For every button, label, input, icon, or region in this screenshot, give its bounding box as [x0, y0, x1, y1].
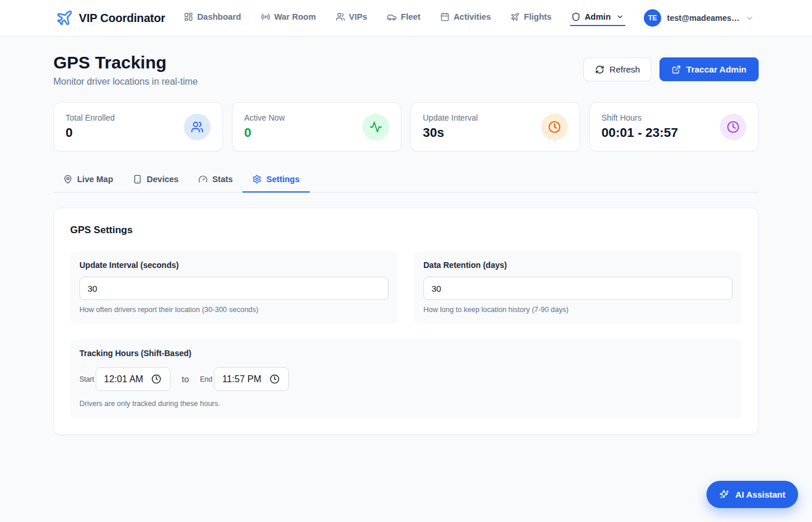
- stats-row: Total Enrolled 0 Active Now 0 Update Int…: [53, 102, 759, 151]
- to-separator: to: [182, 374, 189, 384]
- nav-label: Activities: [454, 12, 491, 21]
- traccar-label: Traccar Admin: [686, 64, 746, 74]
- ai-assistant-label: AI Assistant: [735, 490, 785, 499]
- end-label: End: [200, 375, 212, 383]
- tracking-hours-group: Tracking Hours (Shift-Based) Start 12:01…: [70, 339, 742, 418]
- gauge-icon: [198, 175, 208, 184]
- stat-value: 30s: [423, 125, 478, 140]
- external-link-icon: [672, 65, 681, 74]
- tab-label: Settings: [266, 175, 299, 184]
- stat-value: 0: [66, 125, 115, 140]
- stat-card-total-enrolled: Total Enrolled 0: [53, 102, 223, 151]
- stat-value: 00:01 - 23:57: [601, 125, 678, 140]
- clock-icon: [270, 374, 280, 384]
- update-interval-input[interactable]: [79, 277, 389, 300]
- gps-settings-card: GPS Settings Update Interval (seconds) H…: [53, 208, 759, 435]
- gps-tracking-page: GPS Tracking Monitor driver locations in…: [53, 37, 759, 435]
- stat-card-update-interval: Update Interval 30s: [411, 102, 580, 151]
- gear-icon: [252, 175, 262, 184]
- tab-label: Live Map: [77, 175, 113, 184]
- plane-icon: [510, 12, 520, 21]
- avatar: TE: [644, 9, 661, 27]
- update-interval-group: Update Interval (seconds) How often driv…: [70, 251, 398, 324]
- top-navbar: VIP Coordinator Dashboard War Room VIPs …: [0, 0, 812, 37]
- ai-assistant-button[interactable]: AI Assistant: [706, 481, 798, 508]
- chevron-down-icon: [745, 14, 754, 23]
- nav-label: Flights: [524, 12, 552, 21]
- update-interval-label: Update Interval (seconds): [79, 260, 389, 270]
- nav-label: VIPs: [349, 12, 367, 21]
- start-time-input[interactable]: 12:01 AM: [96, 367, 171, 391]
- refresh-button[interactable]: Refresh: [583, 57, 652, 81]
- users-icon: [184, 114, 211, 140]
- brand-name: VIP Coordinator: [79, 12, 165, 25]
- nav-item-activities[interactable]: Activities: [439, 10, 492, 26]
- calendar-icon: [440, 12, 449, 21]
- chevron-down-icon: [616, 13, 624, 21]
- nav-label: Fleet: [401, 12, 420, 21]
- clock-icon: [720, 114, 746, 140]
- clock-icon: [151, 374, 161, 384]
- tracking-hours-help: Drivers are only tracked during these ho…: [79, 400, 733, 408]
- stat-card-active-now: Active Now 0: [232, 102, 401, 151]
- refresh-icon: [595, 65, 604, 74]
- tab-bar: Live Map Devices Stats Settings: [53, 169, 759, 193]
- start-time-value: 12:01 AM: [104, 374, 143, 385]
- data-retention-group: Data Retention (days) How long to keep l…: [414, 251, 742, 324]
- tab-live-map[interactable]: Live Map: [53, 169, 123, 193]
- refresh-label: Refresh: [610, 64, 640, 74]
- tab-stats[interactable]: Stats: [188, 169, 242, 193]
- page-title: GPS Tracking: [53, 53, 198, 72]
- nav-item-vips[interactable]: VIPs: [335, 10, 368, 26]
- smartphone-icon: [133, 175, 142, 184]
- nav-item-flights[interactable]: Flights: [509, 10, 553, 26]
- data-retention-label: Data Retention (days): [423, 260, 733, 270]
- page-subtitle: Monitor driver locations in real-time: [53, 77, 198, 87]
- user-email: test@madeames…: [667, 13, 740, 23]
- stat-label: Active Now: [244, 113, 285, 122]
- nav-item-war-room[interactable]: War Room: [260, 10, 317, 26]
- clock-icon: [541, 114, 568, 140]
- start-label: Start: [79, 375, 94, 383]
- stat-card-shift-hours: Shift Hours 00:01 - 23:57: [589, 102, 759, 151]
- user-menu[interactable]: TE test@madeames…: [644, 9, 754, 27]
- nav-label: Dashboard: [197, 12, 241, 21]
- settings-title: GPS Settings: [70, 224, 742, 236]
- stat-label: Total Enrolled: [66, 113, 115, 122]
- plane-logo-icon: [56, 9, 73, 27]
- end-time-input[interactable]: 11:57 PM: [214, 367, 289, 391]
- users-icon: [336, 12, 345, 21]
- data-retention-input[interactable]: [423, 277, 733, 300]
- traccar-admin-button[interactable]: Traccar Admin: [659, 57, 759, 81]
- map-pin-icon: [63, 175, 72, 184]
- car-icon: [387, 12, 397, 22]
- stat-label: Shift Hours: [601, 113, 678, 122]
- dashboard-icon: [184, 12, 193, 21]
- shield-icon: [571, 12, 581, 21]
- stat-value: 0: [244, 125, 285, 140]
- update-interval-help: How often drivers report their location …: [79, 306, 389, 314]
- nav-item-admin[interactable]: Admin: [570, 10, 625, 26]
- stat-label: Update Interval: [423, 113, 478, 122]
- activity-icon: [362, 114, 389, 140]
- brand[interactable]: VIP Coordinator: [56, 9, 165, 27]
- tab-label: Stats: [212, 175, 233, 184]
- tab-settings[interactable]: Settings: [242, 169, 309, 193]
- tab-devices[interactable]: Devices: [123, 169, 188, 193]
- tracking-hours-label: Tracking Hours (Shift-Based): [79, 349, 733, 358]
- nav-label: Admin: [585, 12, 611, 21]
- nav-label: War Room: [274, 12, 316, 21]
- nav-item-dashboard[interactable]: Dashboard: [183, 10, 242, 26]
- main-nav: Dashboard War Room VIPs Fleet Activities…: [183, 10, 625, 27]
- sparkles-icon: [719, 490, 730, 500]
- tab-label: Devices: [147, 175, 179, 184]
- end-time-value: 11:57 PM: [222, 374, 261, 385]
- nav-item-fleet[interactable]: Fleet: [386, 10, 422, 27]
- radio-icon: [261, 12, 270, 21]
- data-retention-help: How long to keep location history (7-90 …: [423, 306, 733, 314]
